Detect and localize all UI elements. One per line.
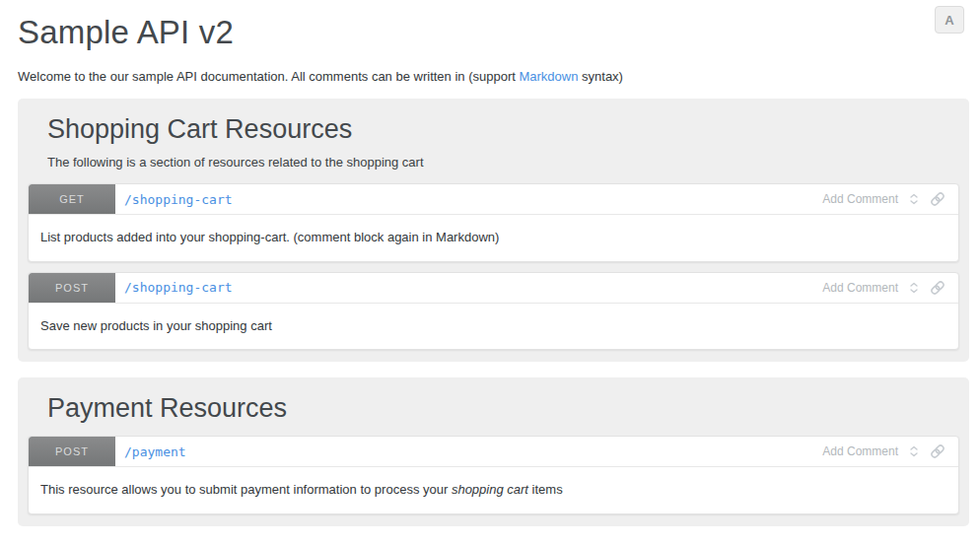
comment-text-before: This resource allows you to submit payme… bbox=[40, 482, 452, 497]
endpoint-header[interactable]: GET /shopping-cart Add Comment bbox=[29, 184, 958, 214]
permalink-icon[interactable] bbox=[930, 280, 945, 296]
comment-text-after: items bbox=[528, 482, 563, 497]
section-title: Payment Resources bbox=[28, 391, 959, 424]
endpoint-path[interactable]: /payment bbox=[124, 444, 186, 459]
endpoint-header[interactable]: POST /shopping-cart Add Comment bbox=[29, 273, 958, 303]
endpoint-list: POST /payment Add Comment This resource … bbox=[28, 436, 959, 514]
avatar-label: A bbox=[945, 13, 953, 28]
method-badge[interactable]: GET bbox=[29, 184, 115, 214]
expand-collapse-icon[interactable] bbox=[909, 192, 919, 206]
endpoint-header[interactable]: POST /payment Add Comment bbox=[29, 437, 958, 466]
endpoint-actions: Add Comment bbox=[822, 280, 958, 296]
section-shopping-cart-resources: Shopping Cart Resources The following is… bbox=[18, 99, 969, 362]
endpoint-post-shopping-cart: POST /shopping-cart Add Comment Save new… bbox=[28, 272, 959, 351]
expand-collapse-icon[interactable] bbox=[909, 281, 919, 295]
add-comment-button[interactable]: Add Comment bbox=[822, 192, 898, 206]
endpoint-comment: Save new products in your shopping cart bbox=[29, 303, 958, 350]
expand-collapse-icon[interactable] bbox=[909, 444, 919, 458]
endpoint-post-payment: POST /payment Add Comment This resource … bbox=[28, 436, 959, 514]
add-comment-button[interactable]: Add Comment bbox=[822, 281, 898, 295]
section-description: The following is a section of resources … bbox=[28, 145, 959, 170]
welcome-text-after: syntax) bbox=[578, 69, 623, 84]
welcome-text-before: Welcome to the our sample API documentat… bbox=[18, 69, 519, 84]
avatar-button[interactable]: A bbox=[935, 6, 964, 34]
page-header: Sample API v2 A Welcome to the our sampl… bbox=[18, 0, 969, 84]
endpoint-comment: This resource allows you to submit payme… bbox=[29, 466, 958, 513]
endpoint-path[interactable]: /shopping-cart bbox=[124, 280, 233, 295]
markdown-link[interactable]: Markdown bbox=[519, 69, 578, 84]
endpoint-actions: Add Comment bbox=[822, 444, 958, 459]
welcome-text: Welcome to the our sample API documentat… bbox=[18, 69, 969, 84]
api-docs-page: Sample API v2 A Welcome to the our sampl… bbox=[0, 0, 980, 526]
permalink-icon[interactable] bbox=[930, 191, 945, 207]
page-title: Sample API v2 bbox=[18, 14, 969, 51]
endpoint-get-shopping-cart: GET /shopping-cart Add Comment List prod… bbox=[28, 183, 959, 262]
method-badge[interactable]: POST bbox=[29, 437, 115, 466]
permalink-icon[interactable] bbox=[930, 444, 945, 459]
section-title: Shopping Cart Resources bbox=[28, 112, 959, 145]
add-comment-button[interactable]: Add Comment bbox=[822, 444, 898, 458]
endpoint-path[interactable]: /shopping-cart bbox=[124, 192, 233, 207]
section-payment-resources: Payment Resources POST /payment Add Comm… bbox=[18, 377, 969, 526]
comment-text-italic: shopping cart bbox=[452, 482, 528, 497]
endpoint-list: GET /shopping-cart Add Comment List prod… bbox=[28, 183, 959, 350]
endpoint-comment: List products added into your shopping-c… bbox=[29, 214, 958, 261]
endpoint-actions: Add Comment bbox=[822, 191, 958, 207]
method-badge[interactable]: POST bbox=[29, 273, 115, 303]
